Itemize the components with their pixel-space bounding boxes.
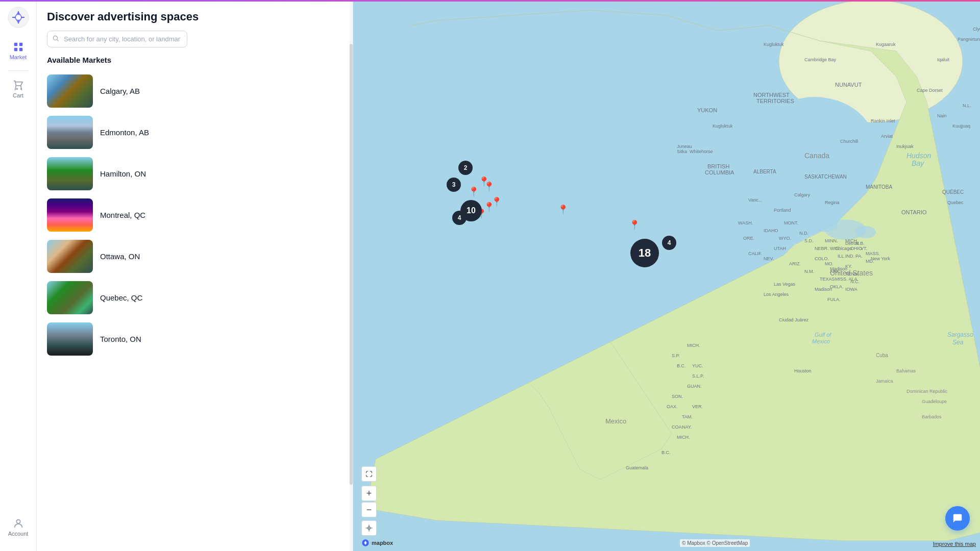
svg-text:S.L.P.: S.L.P.	[692, 373, 704, 379]
page-title: Discover advertising spaces	[47, 10, 342, 23]
svg-text:MO.: MO.	[825, 261, 834, 266]
market-item-montreal[interactable]: Montreal, QC	[47, 194, 342, 236]
sidebar-item-market[interactable]: Market	[3, 37, 34, 64]
svg-point-12	[812, 217, 838, 232]
svg-rect-2	[14, 43, 17, 46]
content-header: Discover advertising spaces	[37, 0, 353, 56]
svg-text:Dominican Republic: Dominican Republic	[906, 389, 948, 394]
cluster-marker-4b[interactable]: 4	[662, 236, 676, 250]
svg-text:VER.: VER.	[692, 404, 703, 409]
svg-text:COLUMBIA: COLUMBIA	[705, 169, 734, 176]
svg-text:QUÉBEC: QUÉBEC	[942, 189, 964, 195]
svg-text:Cuba: Cuba	[876, 353, 888, 358]
svg-text:PA.: PA.	[855, 254, 863, 259]
sidebar-account-label: Account	[8, 531, 29, 537]
pin-marker-8[interactable]: 📍	[629, 219, 640, 231]
svg-text:Sea: Sea	[952, 339, 964, 346]
svg-text:Kugluktuk: Kugluktuk	[764, 42, 784, 47]
improve-map-link[interactable]: Improve this map	[933, 541, 976, 547]
svg-text:MONT.: MONT.	[784, 220, 798, 226]
market-item-quebec[interactable]: Quebec, QC	[47, 277, 342, 318]
svg-text:Churchill: Churchill	[840, 139, 858, 144]
svg-text:Juneau: Juneau	[677, 144, 692, 149]
main-panel: Discover advertising spaces Available Ma…	[37, 0, 353, 551]
cluster-marker-3[interactable]: 3	[447, 178, 461, 192]
search-input[interactable]	[47, 31, 187, 47]
market-item-hamilton[interactable]: Hamilton, ON	[47, 153, 342, 194]
svg-text:Iqaluit: Iqaluit	[937, 57, 950, 62]
svg-text:Guadeloupe: Guadeloupe	[922, 399, 947, 404]
market-name-quebec: Quebec, QC	[100, 293, 142, 302]
market-thumb-toronto	[47, 322, 93, 356]
svg-text:TEXAS: TEXAS	[820, 277, 835, 282]
map-container[interactable]: NORTHWEST TERRITORIES YUKON BRITISH COLU…	[353, 0, 980, 551]
svg-text:B.C.: B.C.	[662, 450, 671, 455]
cluster-marker-2[interactable]: 2	[458, 161, 473, 175]
market-item-calgary[interactable]: Calgary, AB	[47, 70, 342, 112]
sidebar-market-label: Market	[10, 54, 27, 60]
sidebar-bottom: Account	[3, 513, 34, 543]
map-attribution: © Mapbox © OpenStreetMap	[680, 539, 750, 547]
svg-text:Gulf of: Gulf of	[815, 332, 831, 338]
market-name-calgary: Calgary, AB	[100, 87, 140, 95]
location-button[interactable]	[361, 520, 377, 536]
svg-text:TAM.: TAM.	[682, 414, 693, 419]
market-name-montreal: Montreal, QC	[100, 211, 145, 219]
svg-text:Kugluktuk: Kugluktuk	[713, 123, 733, 129]
market-item-toronto[interactable]: Toronto, ON	[47, 318, 342, 360]
expand-button[interactable]	[361, 466, 377, 482]
pin-marker-7[interactable]: 📍	[557, 204, 569, 215]
svg-text:Pangnirtung: Pangnirtung	[958, 37, 980, 42]
svg-point-1	[16, 15, 21, 20]
svg-text:ARIZ.: ARIZ.	[789, 261, 801, 266]
svg-text:CALIF.: CALIF.	[748, 251, 762, 256]
svg-text:Barbados: Barbados	[922, 414, 942, 419]
svg-text:BRITISH: BRITISH	[707, 163, 729, 169]
svg-text:S.D.: S.D.	[804, 238, 814, 243]
svg-text:Regina: Regina	[825, 200, 840, 205]
market-name-toronto: Toronto, ON	[100, 335, 141, 343]
cluster-marker-4a[interactable]: 4	[452, 211, 467, 225]
svg-text:WYO.: WYO.	[779, 236, 791, 241]
svg-text:Ciudad Juárez: Ciudad Juárez	[779, 317, 809, 322]
sidebar-item-account[interactable]: Account	[3, 513, 34, 541]
market-item-ottawa[interactable]: Ottawa, ON	[47, 236, 342, 277]
svg-text:Detroit: Detroit	[845, 241, 859, 246]
market-thumb-hamilton	[47, 157, 93, 190]
svg-text:IOWA: IOWA	[845, 287, 857, 292]
zoom-in-button[interactable]: +	[361, 486, 377, 501]
svg-text:Portland: Portland	[774, 208, 791, 213]
mapbox-label: mapbox	[372, 540, 393, 546]
markets-heading: Available Markets	[47, 56, 342, 64]
svg-text:IDAHO: IDAHO	[764, 228, 778, 233]
svg-text:Hudson: Hudson	[906, 152, 931, 160]
app-logo[interactable]	[7, 6, 30, 29]
pin-marker-4[interactable]: 📍	[483, 181, 495, 192]
svg-point-13	[855, 226, 876, 238]
svg-text:Bahamas: Bahamas	[896, 368, 916, 373]
svg-text:Cape Dorset: Cape Dorset	[917, 88, 943, 93]
svg-text:VT.: VT.	[861, 246, 867, 251]
search-icon	[52, 35, 59, 44]
svg-text:IND.: IND.	[845, 254, 854, 259]
market-name-hamilton: Hamilton, ON	[100, 169, 146, 178]
svg-text:Las Vegas: Las Vegas	[774, 282, 796, 287]
svg-text:Mexico: Mexico	[812, 338, 830, 344]
svg-text:MASS.: MASS.	[866, 251, 880, 256]
cluster-marker-18[interactable]: 18	[630, 239, 659, 267]
svg-text:FULA.: FULA.	[827, 297, 841, 302]
sidebar-item-cart[interactable]: Cart	[3, 75, 34, 103]
svg-text:MICH.: MICH.	[687, 343, 700, 348]
zoom-out-button[interactable]: −	[361, 502, 377, 517]
market-item-edmonton[interactable]: Edmonton, AB	[47, 112, 342, 153]
mapbox-logo: mapbox	[361, 539, 393, 547]
chat-button[interactable]	[945, 506, 970, 531]
svg-text:Madison: Madison	[815, 287, 832, 292]
svg-text:OAX.: OAX.	[667, 404, 678, 409]
market-thumb-edmonton	[47, 116, 93, 149]
svg-text:GUAN.: GUAN.	[687, 384, 702, 389]
pin-marker-2[interactable]: 📍	[468, 186, 479, 197]
svg-text:Kugaaruk: Kugaaruk	[876, 42, 896, 47]
scrollbar-thumb[interactable]	[350, 44, 353, 485]
svg-text:S.P.: S.P.	[672, 353, 680, 358]
